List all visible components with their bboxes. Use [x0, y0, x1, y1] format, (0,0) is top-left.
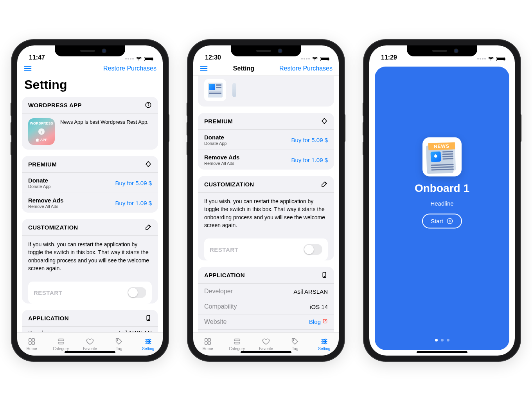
diamond-icon: [321, 117, 328, 125]
svg-point-18: [146, 341, 147, 342]
svg-rect-32: [234, 342, 240, 344]
device-notch: [55, 45, 125, 56]
premium-card: PREMIUM DonateDonate App Buy for 5.09 $ …: [198, 113, 334, 170]
donate-sub: Donate App: [204, 141, 227, 146]
developer-label: Developer: [204, 288, 233, 295]
menu-icon[interactable]: [23, 64, 32, 73]
card-partial-top: [198, 76, 334, 107]
restart-label: RESTART: [210, 246, 238, 253]
removeads-sub: Remove All Ads: [28, 204, 63, 209]
application-card: APPLICATION DeveloperAsil ARSLAN Compabi…: [198, 267, 334, 332]
svg-rect-27: [205, 339, 207, 341]
svg-rect-9: [32, 339, 34, 341]
donate-label: Donate: [28, 177, 48, 184]
application-header: APPLICATION: [204, 272, 245, 278]
premium-header: PREMIUM: [204, 118, 233, 125]
restart-toggle[interactable]: [304, 244, 322, 255]
customization-desc: If you wish, you can restart the applica…: [198, 193, 334, 234]
start-button[interactable]: Start: [422, 213, 462, 228]
signal-dots-icon: [301, 58, 310, 60]
svg-point-16: [149, 339, 150, 341]
website-link[interactable]: Blog: [309, 318, 328, 325]
developer-value: Asil ARSLAN: [293, 288, 328, 295]
svg-rect-28: [208, 339, 210, 341]
application-header: APPLICATION: [28, 315, 69, 322]
settings-content[interactable]: WORDPRESS APP WORDPRESS ↓ APP News App i…: [17, 97, 163, 332]
screen-settings-top: 11:47 Restore Purchases Setting WORDPRES…: [17, 45, 163, 356]
phone-1: 11:47 Restore Purchases Setting WORDPRES…: [12, 40, 168, 361]
removeads-label: Remove Ads: [28, 197, 63, 204]
home-indicator: [417, 351, 467, 353]
screen-settings-scrolled: 12:30 Setting Restore Purchases: [193, 45, 339, 356]
screen-onboarding: 11:29 NEWS: [369, 45, 515, 356]
tab-setting[interactable]: Setting: [134, 332, 163, 356]
wordpress-app-icon: WORDPRESS ↓ APP: [28, 118, 55, 145]
svg-point-7: [148, 320, 149, 320]
external-link-icon: [322, 318, 328, 325]
donate-buy-button[interactable]: Buy for 5.09 $: [291, 137, 328, 143]
paint-icon: [145, 224, 152, 231]
page-dot-3: [447, 339, 449, 341]
svg-rect-11: [32, 342, 34, 344]
svg-point-39: [325, 343, 326, 344]
page-title: Setting: [17, 76, 163, 97]
onboard-title: Onboard 1: [415, 182, 469, 194]
svg-rect-12: [58, 339, 64, 341]
donate-buy-button[interactable]: Buy for 5.09 $: [115, 180, 152, 186]
onboarding-panel[interactable]: NEWS Onboard 1 Headline Start: [375, 67, 509, 350]
phone-2: 12:30 Setting Restore Purchases: [188, 40, 344, 361]
page-indicator[interactable]: [435, 339, 449, 341]
donate-label: Donate: [204, 134, 224, 141]
phone-icon: [145, 314, 152, 322]
settings-content[interactable]: PREMIUM DonateDonate App Buy for 5.09 $ …: [193, 76, 339, 332]
slider-thumb-icon: [232, 83, 236, 97]
svg-point-20: [149, 343, 150, 344]
arrow-right-circle-icon: [446, 217, 453, 224]
wifi-icon: [488, 56, 494, 61]
svg-rect-8: [29, 339, 31, 341]
compat-label: Compability: [204, 303, 237, 310]
status-time: 12:30: [205, 54, 221, 61]
restore-purchases-link[interactable]: Restore Purchases: [279, 65, 332, 72]
status-time: 11:29: [381, 54, 397, 61]
removeads-buy-button[interactable]: Buy for 1.09 $: [115, 200, 152, 206]
restore-purchases-link[interactable]: Restore Purchases: [103, 65, 156, 72]
developer-label-cut: Developer: [28, 329, 55, 332]
signal-dots-icon: [125, 58, 134, 60]
battery-icon: [144, 57, 153, 61]
svg-point-37: [322, 341, 324, 342]
svg-point-33: [293, 340, 294, 341]
svg-point-5: [148, 103, 149, 104]
removeads-buy-button[interactable]: Buy for 1.09 $: [291, 157, 328, 163]
wifi-icon: [312, 56, 318, 61]
page-dot-2: [441, 339, 444, 341]
website-label: Website: [204, 318, 227, 325]
customization-desc: If you wish, you can restart the applica…: [22, 236, 158, 277]
premium-card: PREMIUM DonateDonate App Buy for 5.09 $ …: [22, 156, 158, 213]
nav-bar: Setting Restore Purchases: [193, 61, 339, 76]
application-card: APPLICATION Developer Asil ARSLAN: [22, 310, 158, 332]
phone-3: 11:29 NEWS: [364, 40, 520, 361]
removeads-sub: Remove All Ads: [204, 161, 239, 166]
news-thumb-icon: [204, 79, 226, 101]
svg-point-25: [324, 276, 325, 277]
paint-icon: [321, 181, 328, 188]
home-indicator: [241, 351, 291, 353]
svg-rect-30: [208, 342, 210, 344]
premium-header: PREMIUM: [28, 161, 57, 168]
restart-toggle[interactable]: [128, 287, 146, 298]
page-dot-1: [435, 339, 438, 341]
compat-value: iOS 14: [310, 303, 328, 310]
wordpress-card: WORDPRESS APP WORDPRESS ↓ APP News App i…: [22, 97, 158, 150]
nav-title: Setting: [233, 65, 254, 72]
tab-setting[interactable]: Setting: [310, 332, 339, 356]
tab-home[interactable]: Home: [193, 332, 222, 356]
phone-icon: [321, 271, 328, 278]
device-notch: [407, 45, 477, 56]
diamond-icon: [145, 161, 152, 168]
menu-icon[interactable]: [200, 64, 208, 73]
wordpress-desc: News App is best Wordpress Rest App.: [60, 118, 149, 125]
home-indicator: [65, 351, 115, 353]
svg-rect-31: [234, 339, 240, 341]
tab-home[interactable]: Home: [17, 332, 46, 356]
